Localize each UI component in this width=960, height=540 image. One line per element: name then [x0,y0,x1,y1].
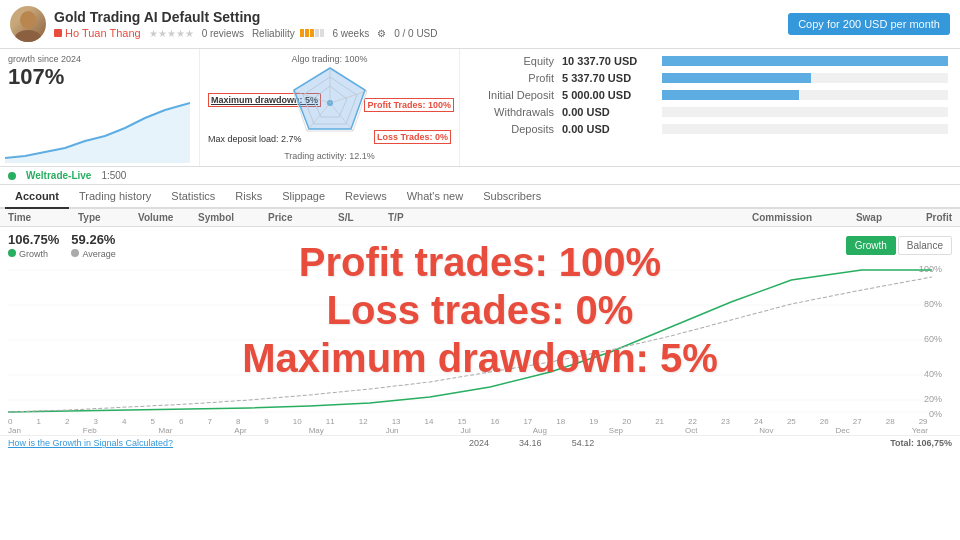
th-time: Time [8,212,68,223]
svg-text:60%: 60% [924,334,942,344]
broker-name: Weltrade-Live [26,170,91,181]
initial-deposit-label: Initial Deposit [472,89,562,101]
withdrawals-label: Withdrawals [472,106,562,118]
avg-stat: 59.26% Average [71,232,115,259]
total-value: 106,75% [916,438,952,448]
th-commission: Commission [438,212,812,223]
table-header: Time Type Volume Symbol Price S/L T/P Co… [0,209,960,227]
year-label: 2024 [469,438,489,448]
footer-left[interactable]: How is the Growth in Signals Calculated? [8,438,173,448]
tab-slippage[interactable]: Slippage [272,185,335,207]
equity-label: Equity [472,55,562,67]
th-tp: T/P [388,212,428,223]
initial-deposit-bar [662,90,948,100]
avg-stat-label: Average [82,249,115,259]
svg-point-1 [15,30,41,42]
tab-reviews[interactable]: Reviews [335,185,397,207]
tab-subscribers[interactable]: Subscribers [473,185,551,207]
broker-dot [8,172,16,180]
svg-text:40%: 40% [924,369,942,379]
svg-text:100%: 100% [919,264,942,274]
chart-footer: How is the Growth in Signals Calculated?… [0,435,960,450]
equity-bar [662,56,948,66]
trading-activity-label: Trading activity: 12.1% [284,151,375,161]
withdrawals-row: Withdrawals 0.00 USD [472,106,948,118]
deposits-row: Deposits 0.00 USD [472,123,948,135]
month-aug: Aug [533,426,547,435]
withdrawals-bar [662,107,948,117]
month-dec: Dec [836,426,850,435]
deposits-bar [662,124,948,134]
page-title: Gold Trading AI Default Setting [54,9,788,25]
month-feb: Feb [83,426,97,435]
x-months: Jan Feb Mar Apr May Jun Jul Aug Sep Oct … [8,426,928,435]
th-swap: Swap [822,212,882,223]
svg-marker-5 [294,68,365,129]
btn-growth[interactable]: Growth [846,236,896,255]
month-sep: Sep [609,426,623,435]
weeks-label: 6 weeks [332,28,369,39]
profit-label: Profit [472,72,562,84]
page-header: Gold Trading AI Default Setting Ho Tuan … [0,0,960,49]
mid-val1: 34.16 [519,438,542,448]
author-icon [54,29,62,37]
radar-chart [285,63,375,143]
month-jan: Jan [8,426,21,435]
loss-trades-label: Loss Trades: 0% [374,130,451,144]
th-price: Price [268,212,328,223]
growth-sparkline [5,98,190,163]
th-volume: Volume [138,212,188,223]
trades-info: 0 / 0 USD [394,28,437,39]
stats-panel: Equity 10 337.70 USD Profit 5 337.70 USD… [460,49,960,166]
month-apr: Apr [234,426,246,435]
profit-value: 5 337.70 USD [562,72,662,84]
th-type: Type [78,212,128,223]
th-symbol: Symbol [198,212,258,223]
footer-right: Total: 106,75% [890,438,952,448]
reviews: 0 reviews [202,28,244,39]
initial-deposit-value: 5 000.00 USD [562,89,662,101]
svg-text:80%: 80% [924,299,942,309]
total-label: Total: [890,438,914,448]
profit-trades-label: Profit Trades: 100% [364,98,454,112]
mid-val2: 54.12 [572,438,595,448]
author-name: Ho Tuan Thang [54,27,141,39]
copy-button[interactable]: Copy for 200 USD per month [788,13,950,35]
month-mar: Mar [159,426,173,435]
btn-balance[interactable]: Balance [898,236,952,255]
broker-info: Weltrade-Live 1:500 [0,167,960,185]
trades-icon: ⚙ [377,28,386,39]
growth-panel: growth since 2024 107% [0,49,200,166]
growth-since-label: growth since 2024 [8,54,191,64]
initial-deposit-row: Initial Deposit 5 000.00 USD [472,89,948,101]
equity-value: 10 337.70 USD [562,55,662,67]
tabs-bar: Account Trading history Statistics Risks… [0,185,960,209]
chart-stats: 106.75% Growth 59.26% Average [8,232,116,259]
month-year: Year [912,426,928,435]
svg-text:0%: 0% [929,409,942,417]
th-sl: S/L [338,212,378,223]
stars: ★★★★★ [149,28,194,39]
growth-stat-value: 106.75% [8,232,59,247]
tab-account[interactable]: Account [5,185,69,209]
tab-trading-history[interactable]: Trading history [69,185,161,207]
avatar [10,6,46,42]
avg-stat-value: 59.26% [71,232,115,247]
chart-btn-group: Growth Balance [846,236,952,255]
radar-panel: Algo trading: 100% Profit Trades: 100% L… [200,49,460,166]
th-profit: Profit [892,212,952,223]
growth-dot [8,249,16,257]
author-label: Ho Tuan Thang [65,27,141,39]
month-nov: Nov [759,426,773,435]
tab-statistics[interactable]: Statistics [161,185,225,207]
main-chart: 100% 80% 60% 40% 20% 0% [8,262,952,417]
growth-stat-label: Growth [19,249,48,259]
footer-center: 2024 34.16 54.12 [469,438,594,448]
deposits-value: 0.00 USD [562,123,662,135]
month-jun: Jun [386,426,399,435]
tab-whats-new[interactable]: What's new [397,185,474,207]
tab-risks[interactable]: Risks [225,185,272,207]
month-jul: Jul [461,426,471,435]
chart-svg: 100% 80% 60% 40% 20% 0% [8,262,952,417]
growth-stat: 106.75% Growth [8,232,59,259]
